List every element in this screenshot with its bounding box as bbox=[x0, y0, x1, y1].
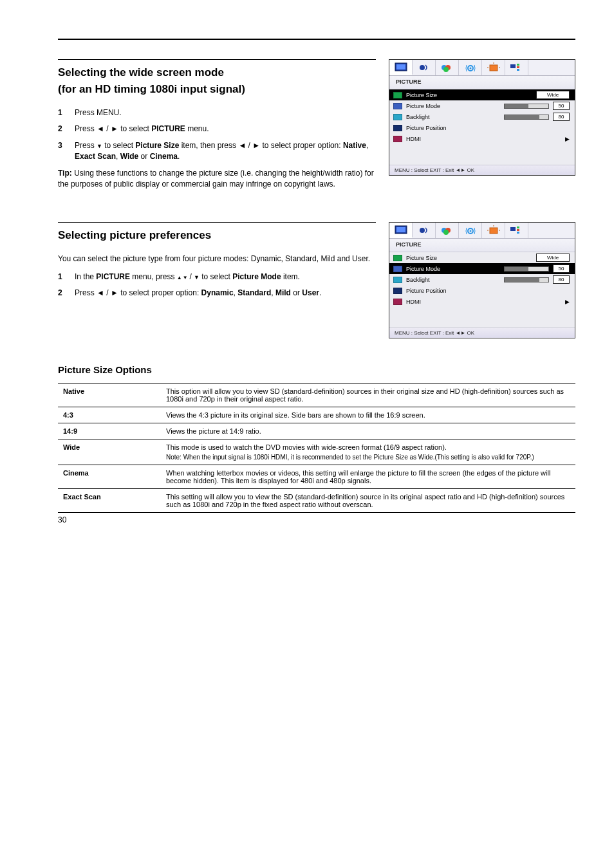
menu-body: Picture SizeWidePicture Mode50Backlight8… bbox=[389, 89, 575, 144]
menu-tabs bbox=[389, 60, 575, 76]
tip-label: Tip: bbox=[58, 169, 72, 178]
setup-icon bbox=[487, 225, 501, 235]
instruction-step: 3Press to select Picture Size item, then… bbox=[58, 140, 376, 163]
row-icon bbox=[393, 136, 402, 142]
menu-tab-filler bbox=[528, 223, 575, 238]
option-note: Note: When the input signal is 1080i HDM… bbox=[166, 454, 570, 461]
row-label: Backlight bbox=[406, 277, 500, 283]
menu-row-picture-position[interactable]: Picture Position bbox=[389, 285, 575, 296]
section2-rule bbox=[58, 222, 376, 223]
option-desc: Views the 4:3 picture in its original si… bbox=[161, 407, 575, 423]
row-slider[interactable] bbox=[504, 115, 549, 120]
menu-row-picture-mode[interactable]: Picture Mode50 bbox=[389, 263, 575, 274]
menu-row-picture-size[interactable]: Picture SizeWide bbox=[389, 89, 575, 100]
chevron-right-icon: ▶ bbox=[563, 136, 570, 142]
option-row: Exact ScanThis setting will allow you to… bbox=[58, 489, 575, 513]
svg-rect-23 bbox=[517, 226, 519, 228]
menu-tab-channel[interactable] bbox=[459, 60, 482, 75]
row-label: HDMI bbox=[406, 136, 559, 142]
sound-icon bbox=[418, 63, 431, 72]
svg-rect-11 bbox=[517, 66, 519, 68]
row-label: Picture Mode bbox=[406, 266, 500, 272]
app-icon bbox=[510, 63, 524, 72]
svg-rect-1 bbox=[396, 64, 405, 69]
menu-tab-picture[interactable] bbox=[389, 223, 413, 238]
menu-tab-channel[interactable] bbox=[459, 223, 482, 238]
options-table: NativeThis option will allow you to view… bbox=[58, 383, 575, 513]
menu-tab-sound[interactable] bbox=[413, 223, 436, 238]
row-icon bbox=[393, 299, 402, 305]
row-value: Wide bbox=[536, 254, 570, 262]
menu-row-picture-mode[interactable]: Picture Mode50 bbox=[389, 100, 575, 111]
channel-icon bbox=[464, 63, 477, 72]
svg-rect-21 bbox=[490, 228, 498, 234]
option-row: CinemaWhen watching letterbox movies or … bbox=[58, 465, 575, 489]
row-label: Picture Position bbox=[406, 288, 570, 294]
svg-rect-9 bbox=[510, 64, 516, 68]
menu-tab-setup[interactable] bbox=[482, 60, 505, 75]
menu-heading: PICTURE bbox=[389, 239, 575, 252]
svg-point-2 bbox=[420, 65, 425, 70]
osd-menu-2: PICTURE Picture SizeWidePicture Mode50Ba… bbox=[389, 222, 575, 338]
menu-row-backlight[interactable]: Backlight80 bbox=[389, 111, 575, 122]
svg-point-20 bbox=[469, 230, 471, 232]
menu-row-picture-size[interactable]: Picture SizeWide bbox=[389, 252, 575, 263]
section-picture-preferences: Selecting picture preferences You can se… bbox=[58, 222, 575, 338]
step-text: Press to select Picture Size item, then … bbox=[75, 140, 376, 163]
section-wide-screen: Selecting the wide screen mode (for an H… bbox=[58, 59, 575, 190]
menu-tab-app[interactable] bbox=[505, 223, 528, 238]
menu-row-backlight[interactable]: Backlight80 bbox=[389, 274, 575, 285]
menu-tab-filler bbox=[528, 60, 575, 75]
menu-heading: PICTURE bbox=[389, 76, 575, 89]
section2-menu-screenshot: PICTURE Picture SizeWidePicture Mode50Ba… bbox=[389, 222, 575, 338]
section1-tip: Tip: Using these functions to change the… bbox=[58, 168, 376, 190]
section1-title: Selecting the wide screen mode (for an H… bbox=[58, 66, 376, 96]
menu-row-picture-position[interactable]: Picture Position bbox=[389, 122, 575, 133]
row-slider-value: 80 bbox=[553, 275, 570, 284]
section1-title-b: (for an HD timing 1080i input signal) bbox=[58, 83, 245, 96]
menu-tab-colour[interactable] bbox=[436, 223, 459, 238]
row-icon bbox=[393, 266, 402, 272]
option-row: 14:9Views the picture at 14:9 ratio. bbox=[58, 423, 575, 439]
row-slider-value: 50 bbox=[553, 102, 570, 110]
menu-row-hdmi[interactable]: HDMI▶ bbox=[389, 296, 575, 307]
option-name: Cinema bbox=[58, 465, 161, 489]
svg-rect-14 bbox=[396, 227, 405, 232]
menu-tabs bbox=[389, 223, 575, 239]
option-desc: This mode is used to watch the DVD movie… bbox=[161, 439, 575, 465]
colour-icon bbox=[440, 226, 455, 235]
section2-intro: You can select the picture type from fou… bbox=[58, 254, 376, 264]
instruction-step: 1Press MENU. bbox=[58, 107, 376, 118]
menu-tab-colour[interactable] bbox=[436, 60, 459, 75]
menu-tab-setup[interactable] bbox=[482, 223, 505, 238]
row-icon bbox=[393, 277, 402, 283]
instruction-step: 2Press ◄ / ► to select PICTURE menu. bbox=[58, 124, 376, 134]
picture-icon bbox=[395, 62, 407, 71]
svg-rect-10 bbox=[517, 64, 519, 66]
channel-icon bbox=[464, 226, 477, 235]
row-label: Picture Size bbox=[406, 92, 532, 98]
menu-tab-picture[interactable] bbox=[389, 60, 413, 75]
menu-tab-app[interactable] bbox=[505, 60, 528, 75]
row-label: Picture Size bbox=[406, 255, 532, 261]
menu-row-hdmi[interactable]: HDMI▶ bbox=[389, 133, 575, 144]
menu-hint: MENU : Select EXIT : Exit ◄► OK bbox=[389, 165, 575, 175]
row-icon bbox=[393, 92, 402, 98]
section2-steps: 1In the PICTURE menu, press / to select … bbox=[58, 272, 376, 299]
app-icon bbox=[510, 226, 524, 235]
row-slider[interactable] bbox=[504, 277, 549, 282]
step-number: 1 bbox=[58, 272, 68, 282]
row-slider[interactable] bbox=[504, 104, 549, 109]
svg-point-7 bbox=[469, 68, 471, 69]
picture-icon bbox=[395, 225, 407, 234]
step-number: 1 bbox=[58, 107, 68, 118]
setup-icon bbox=[487, 62, 501, 73]
menu-tab-sound[interactable] bbox=[413, 60, 436, 75]
menu-spacer bbox=[389, 144, 575, 165]
row-slider[interactable] bbox=[504, 266, 549, 272]
step-text: Press ◄ / ► to select proper option: Dyn… bbox=[75, 288, 376, 299]
option-desc: This option will allow you to view SD (s… bbox=[161, 383, 575, 407]
row-icon bbox=[393, 288, 402, 294]
step-number: 2 bbox=[58, 288, 68, 299]
section1-rule bbox=[58, 59, 376, 60]
